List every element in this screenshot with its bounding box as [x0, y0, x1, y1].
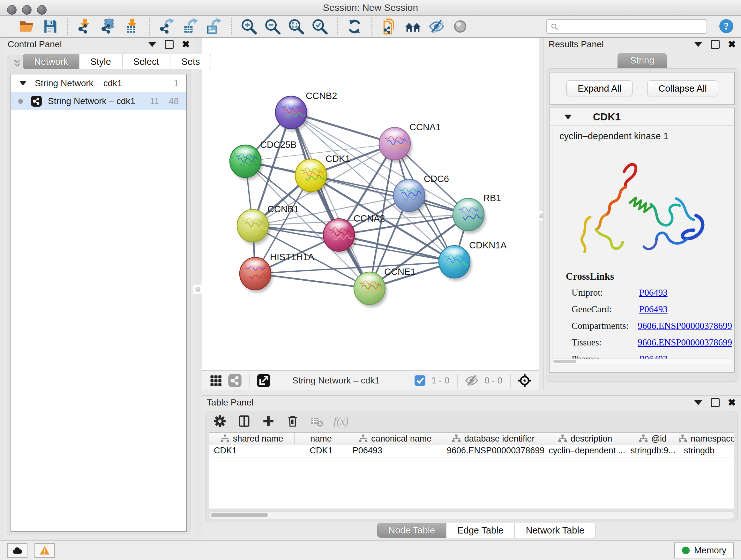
selected-checkbox-icon[interactable] — [414, 375, 426, 386]
network-node-CCNB1[interactable]: CCNB1 — [237, 204, 299, 245]
zoom-fit-button[interactable] — [286, 17, 306, 37]
import-network-from-database-button[interactable] — [98, 17, 118, 37]
import-network-from-file-button[interactable] — [75, 17, 95, 37]
add-column-button[interactable] — [261, 414, 276, 429]
table-options-gear-button[interactable] — [212, 414, 227, 429]
table-row[interactable]: CDK1CDK1P064939606.ENSP00000378699cyclin… — [209, 445, 734, 457]
column-header-database-identifier[interactable]: database identifier — [442, 433, 544, 445]
column-header-shared-name[interactable]: shared name — [209, 433, 294, 445]
tab-node-table[interactable]: Node Table — [377, 523, 446, 538]
close-panel-icon[interactable]: ✖ — [728, 41, 736, 48]
column-header-name[interactable]: name — [294, 433, 348, 445]
export-network-button[interactable] — [157, 17, 177, 37]
export-table-button[interactable] — [181, 17, 200, 37]
expand-all-networks-icon[interactable] — [12, 58, 23, 70]
table-cell: cyclin–dependent ... — [544, 445, 626, 457]
zoom-in-button[interactable] — [239, 17, 259, 37]
search-icon — [550, 23, 559, 31]
results-tab-string[interactable]: String — [617, 53, 667, 68]
clone-network-button[interactable] — [380, 17, 399, 37]
table-horizontal-scrollbar[interactable] — [209, 511, 734, 519]
refresh-view-button[interactable] — [345, 17, 364, 37]
zoom-out-button[interactable] — [263, 17, 282, 37]
float-panel-icon[interactable] — [711, 40, 720, 49]
memory-status-dot — [682, 547, 690, 554]
results-panel: Results Panel ✖ String Expand All Collap… — [543, 38, 741, 390]
crosslink-row: Tissues:9606.ENSP00000378699 — [552, 334, 732, 351]
protein-card-header[interactable]: CDK1 — [550, 108, 734, 126]
column-header-description[interactable]: description — [544, 433, 626, 445]
tab-style[interactable]: Style — [79, 54, 122, 69]
help-button[interactable]: ? — [718, 18, 735, 36]
expand-all-button[interactable]: Expand All — [566, 80, 632, 97]
show-all-button[interactable] — [450, 17, 470, 37]
search-input[interactable] — [546, 19, 707, 34]
network-canvas[interactable]: CCNB2 CCNA1 CDC25B CDK1 CDC6 RB1 CCNB1 C… — [202, 38, 539, 390]
collapse-collection-icon[interactable] — [19, 81, 26, 85]
tab-network-table[interactable]: Network Table — [515, 523, 596, 538]
results-horizontal-scrollbar[interactable] — [552, 359, 732, 364]
network-node-CDKN1A[interactable]: CDKN1A — [439, 240, 507, 281]
float-panel-icon[interactable] — [711, 398, 720, 407]
node-label-RB1: RB1 — [483, 193, 501, 203]
crosslink-label: GeneCard: — [571, 301, 639, 317]
column-header--id[interactable]: @id — [626, 433, 679, 445]
first-neighbors-button[interactable] — [403, 17, 423, 37]
network-node-RB1[interactable]: RB1 — [453, 193, 501, 234]
birdseye-view-button[interactable] — [518, 374, 532, 388]
crosslink-link[interactable]: P06493 — [639, 301, 668, 317]
show-columns-button[interactable] — [237, 414, 252, 429]
collapse-card-icon[interactable] — [564, 115, 572, 119]
import-table-from-file-button[interactable] — [122, 17, 142, 37]
eye-gray-icon — [452, 18, 468, 35]
tab-sets[interactable]: Sets — [170, 54, 211, 69]
toolbar-separator — [372, 18, 373, 35]
network-node-CCNA1[interactable]: CCNA1 — [379, 122, 441, 163]
network-node-CCNE1[interactable]: CCNE1 — [354, 266, 415, 307]
panel-menu-icon[interactable] — [694, 42, 702, 47]
export-image-button[interactable] — [204, 17, 224, 37]
network-collection-row[interactable]: String Network – cdk1 1 — [11, 74, 186, 92]
table-panel-title: Table Panel — [207, 397, 253, 408]
crosslink-link[interactable]: P06493 — [639, 284, 668, 301]
crosslink-row: GeneCard:P06493 — [552, 301, 732, 317]
table-cell: P06493 — [348, 445, 442, 457]
save-session-button[interactable] — [40, 17, 60, 37]
panel-menu-icon[interactable] — [148, 42, 156, 47]
zoom-selected-icon — [312, 18, 328, 35]
node-label-CCNA2: CCNA2 — [354, 213, 385, 224]
collection-count: 1 — [174, 78, 179, 88]
horizontal-divider[interactable] — [202, 390, 741, 395]
tab-network[interactable]: Network — [23, 54, 79, 69]
memory-button[interactable]: Memory — [674, 543, 734, 558]
close-panel-icon[interactable]: ✖ — [728, 399, 736, 406]
detach-view-button[interactable] — [257, 374, 271, 388]
network-row-selected[interactable]: String Network – cdk1 11 48 — [11, 92, 186, 110]
cloud-status-button[interactable] — [7, 543, 27, 558]
table-cell: 9606.ENSP00000378699 — [442, 445, 544, 457]
column-header-namespace[interactable]: namespace — [679, 433, 734, 445]
close-panel-icon[interactable]: ✖ — [182, 41, 190, 48]
refresh-icon — [346, 18, 363, 35]
column-header-canonical-name[interactable]: canonical name — [348, 433, 442, 445]
crosslink-link[interactable]: 9606.ENSP00000378699 — [637, 334, 732, 351]
delete-column-button[interactable] — [285, 414, 300, 429]
network-node-CDC25B[interactable]: CDC25B — [230, 139, 296, 180]
panel-menu-icon[interactable] — [694, 400, 702, 405]
float-panel-icon[interactable] — [165, 40, 174, 49]
open-session-button[interactable] — [17, 17, 37, 37]
crosslink-link[interactable]: 9606.ENSP00000378699 — [637, 317, 732, 334]
warning-status-button[interactable] — [35, 543, 55, 558]
network-node-CDC6[interactable]: CDC6 — [394, 174, 449, 214]
crosslink-label: Compartments: — [571, 317, 637, 334]
show-grid-button[interactable] — [209, 374, 223, 388]
tab-edge-table[interactable]: Edge Table — [446, 523, 515, 538]
network-overview-button[interactable] — [228, 374, 242, 388]
network-node-CCNB2[interactable]: CCNB2 — [275, 91, 337, 132]
zoom-selected-button[interactable] — [310, 17, 330, 37]
collapse-all-button[interactable]: Collapse All — [647, 80, 718, 97]
tab-select[interactable]: Select — [122, 54, 171, 69]
hide-selected-button[interactable] — [427, 17, 447, 37]
import-network-icon — [77, 18, 93, 35]
protein-detail-card: CDK1 cyclin–dependent kinase 1 CrossLink… — [549, 108, 735, 373]
